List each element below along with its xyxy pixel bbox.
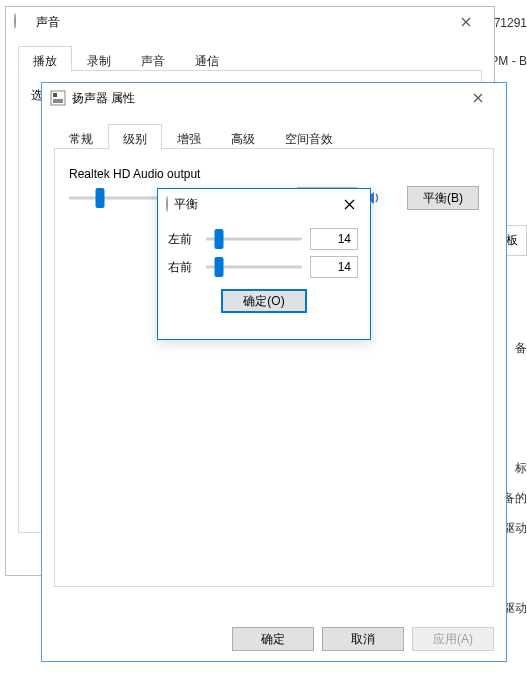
close-icon [473, 93, 483, 103]
sound-title: 声音 [36, 14, 446, 31]
tab-spatial-sound[interactable]: 空间音效 [270, 124, 348, 150]
balance-ok-button[interactable]: 确定(O) [221, 289, 307, 313]
sound-close-button[interactable] [446, 11, 486, 33]
sound-titlebar[interactable]: 声音 [6, 7, 494, 37]
sound-tabstrip: 播放 录制 声音 通信 [18, 45, 482, 71]
tab-communications[interactable]: 通信 [180, 46, 234, 72]
balance-left-slider[interactable] [206, 226, 302, 252]
balance-dialog: 平衡 左前 14 右前 14 确定(O) [157, 188, 371, 340]
close-icon [461, 17, 471, 27]
tab-playback[interactable]: 播放 [18, 46, 72, 72]
tab-enhancements[interactable]: 增强 [162, 124, 216, 150]
tab-sounds[interactable]: 声音 [126, 46, 180, 72]
props-apply-button: 应用(A) [412, 627, 494, 651]
tab-levels[interactable]: 级别 [108, 124, 162, 150]
balance-right-slider[interactable] [206, 254, 302, 280]
balance-button[interactable]: 平衡(B) [407, 186, 479, 210]
balance-right-label: 右前 [168, 259, 198, 276]
bg-fragment-4: 标 [515, 460, 527, 477]
speaker-app-icon [50, 90, 66, 106]
balance-right-row: 右前 14 [168, 253, 360, 281]
props-title: 扬声器 属性 [72, 90, 458, 107]
props-close-button[interactable] [458, 87, 498, 109]
balance-left-value[interactable]: 14 [310, 228, 358, 250]
balance-left-row: 左前 14 [168, 225, 360, 253]
svg-rect-2 [53, 99, 63, 103]
balance-close-button[interactable] [334, 192, 364, 216]
bg-fragment-3: 备 [515, 340, 527, 357]
tab-general[interactable]: 常规 [54, 124, 108, 150]
balance-right-value[interactable]: 14 [310, 256, 358, 278]
props-tabstrip: 常规 级别 增强 高级 空间音效 [54, 123, 494, 149]
svg-rect-1 [53, 93, 57, 97]
props-cancel-button[interactable]: 取消 [322, 627, 404, 651]
props-titlebar[interactable]: 扬声器 属性 [42, 83, 506, 113]
tab-recording[interactable]: 录制 [72, 46, 126, 72]
speaker-properties-dialog: 扬声器 属性 常规 级别 增强 高级 空间音效 Realtek HD Audio… [41, 82, 507, 662]
props-footer: 确定 取消 应用(A) [232, 627, 494, 651]
sound-icon [14, 14, 30, 30]
props-ok-button[interactable]: 确定 [232, 627, 314, 651]
balance-icon [166, 197, 168, 211]
balance-left-label: 左前 [168, 231, 198, 248]
balance-titlebar[interactable]: 平衡 [158, 189, 370, 219]
tab-advanced[interactable]: 高级 [216, 124, 270, 150]
output-device-label: Realtek HD Audio output [69, 167, 479, 181]
close-icon [344, 199, 355, 210]
balance-title-text: 平衡 [174, 196, 334, 213]
